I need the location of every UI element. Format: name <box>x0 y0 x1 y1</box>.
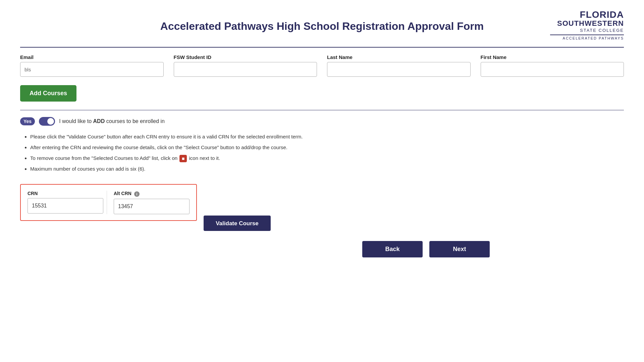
toggle-row: Yes I would like to ADD courses to be en… <box>20 117 624 126</box>
first-name-input[interactable] <box>481 62 624 77</box>
toggle-switch[interactable] <box>39 117 55 126</box>
logo: FLORIDA SOUTHWESTERN STATE COLLEGE ACCEL… <box>550 10 624 40</box>
crn-field-group: CRN <box>28 191 103 214</box>
crn-label: CRN <box>28 191 103 196</box>
delete-icon: ■ <box>179 155 187 162</box>
fsw-id-field-group: FSW Student ID <box>174 54 317 77</box>
email-label: Email <box>20 54 164 60</box>
fsw-id-label: FSW Student ID <box>174 54 317 60</box>
first-name-field-group: First Name <box>481 54 624 77</box>
crn-section: CRN Alt CRN i <box>20 184 197 221</box>
instructions-list: Please click the "Validate Course" butto… <box>20 132 624 174</box>
instruction-4: Maximum number of courses you can add is… <box>30 164 624 174</box>
header-divider <box>20 47 624 48</box>
logo-accelerated: ACCELERATED PATHWAYS <box>550 36 624 40</box>
last-name-field-group: Last Name <box>327 54 471 77</box>
last-name-label: Last Name <box>327 54 471 60</box>
header: Accelerated Pathways High School Registr… <box>20 10 624 40</box>
toggle-label: I would like to ADD courses to be enroll… <box>59 118 165 124</box>
toggle-slider <box>39 117 55 126</box>
instruction-1: Please click the "Validate Course" butto… <box>30 132 624 142</box>
action-buttons: Back Next <box>20 241 490 257</box>
logo-southwestern: SOUTHWESTERN <box>550 19 624 27</box>
alt-crn-field-group: Alt CRN i <box>107 191 190 214</box>
add-courses-button[interactable]: Add Courses <box>20 85 76 102</box>
crn-input[interactable] <box>28 198 103 214</box>
email-field-group: Email <box>20 54 164 77</box>
alt-crn-info-icon[interactable]: i <box>134 191 140 197</box>
toggle-badge: Yes <box>20 117 35 125</box>
logo-divider <box>550 35 624 35</box>
logo-florida: FLORIDA <box>550 10 624 19</box>
instruction-3: To remove course from the "Selected Cour… <box>30 153 624 163</box>
validate-course-button[interactable]: Validate Course <box>204 216 271 231</box>
alt-crn-label: Alt CRN i <box>114 191 190 196</box>
form-fields-row: Email FSW Student ID Last Name First Nam… <box>20 54 624 77</box>
crn-row: CRN Alt CRN i Validate Course <box>20 184 490 231</box>
next-button[interactable]: Next <box>429 241 490 257</box>
logo-state: STATE COLLEGE <box>550 27 624 34</box>
instruction-2: After entering the CRN and reviewing the… <box>30 142 624 153</box>
first-name-label: First Name <box>481 54 624 60</box>
email-input[interactable] <box>20 62 164 77</box>
back-button[interactable]: Back <box>362 241 423 257</box>
last-name-input[interactable] <box>327 62 471 77</box>
section-divider <box>20 110 624 110</box>
page-title: Accelerated Pathways High School Registr… <box>94 10 550 33</box>
alt-crn-input[interactable] <box>114 199 190 214</box>
fsw-id-input[interactable] <box>174 62 317 77</box>
